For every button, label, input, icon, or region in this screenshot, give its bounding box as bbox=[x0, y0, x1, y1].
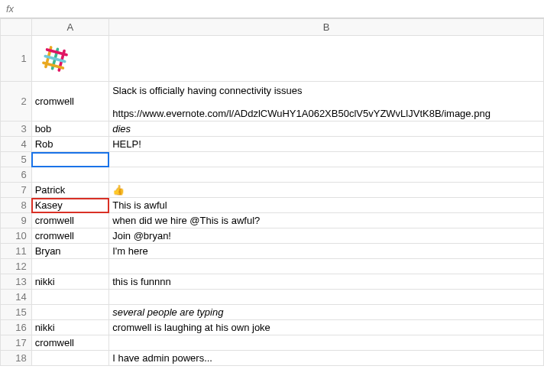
row-number[interactable]: 5 bbox=[1, 152, 32, 167]
cell-b[interactable]: I'm here bbox=[109, 244, 544, 259]
table-row: 2cromwellSlack is officially having conn… bbox=[1, 82, 544, 121]
table-row: 1 bbox=[1, 36, 544, 82]
row-number[interactable]: 12 bbox=[1, 259, 32, 274]
column-header-row: A B bbox=[1, 19, 544, 36]
row-number[interactable]: 1 bbox=[1, 36, 32, 82]
column-header-a[interactable]: A bbox=[31, 19, 109, 36]
cell-a[interactable]: cromwell bbox=[31, 213, 109, 228]
table-row: 12 bbox=[1, 259, 544, 274]
table-row: 14 bbox=[1, 290, 544, 305]
cell-b[interactable]: cromwell is laughing at his own joke bbox=[109, 320, 544, 335]
table-row: 4RobHELP! bbox=[1, 137, 544, 152]
cell-b[interactable]: dies bbox=[109, 121, 544, 137]
cell-a[interactable] bbox=[31, 152, 109, 167]
cell-a[interactable]: nikki bbox=[31, 320, 109, 335]
formula-bar: fx bbox=[0, 0, 544, 18]
cell-b[interactable]: several people are typing bbox=[109, 305, 544, 320]
table-row: 18I have admin powers... bbox=[1, 351, 544, 366]
cell-b[interactable]: Slack is officially having connectivity … bbox=[109, 82, 544, 121]
row-number[interactable]: 13 bbox=[1, 274, 32, 290]
formula-input[interactable] bbox=[20, 0, 538, 18]
cell-a[interactable]: Bryan bbox=[31, 244, 109, 259]
cell-a[interactable]: Rob bbox=[31, 137, 109, 152]
cell-a[interactable]: cromwell bbox=[31, 82, 109, 121]
table-row: 15several people are typing bbox=[1, 305, 544, 320]
cell-a[interactable]: Kasey bbox=[31, 198, 109, 213]
row-number[interactable]: 6 bbox=[1, 167, 32, 183]
cell-a[interactable]: bob bbox=[31, 121, 109, 137]
table-row: 17cromwell bbox=[1, 335, 544, 351]
cell-a[interactable] bbox=[31, 351, 109, 366]
table-row: 7Patrick👍 bbox=[1, 183, 544, 198]
cell-b[interactable] bbox=[109, 335, 544, 351]
cell-b[interactable]: I have admin powers... bbox=[109, 351, 544, 366]
row-number[interactable]: 9 bbox=[1, 213, 32, 228]
row-number[interactable]: 2 bbox=[1, 82, 32, 121]
spreadsheet-grid: A B 1 2cromwellSlack is officially havin… bbox=[0, 18, 544, 366]
row-number[interactable]: 8 bbox=[1, 198, 32, 213]
cell-a[interactable] bbox=[31, 290, 109, 305]
select-all-corner[interactable] bbox=[1, 19, 32, 36]
row-number[interactable]: 7 bbox=[1, 183, 32, 198]
row-number[interactable]: 14 bbox=[1, 290, 32, 305]
cell-a[interactable] bbox=[31, 259, 109, 274]
cell-b[interactable] bbox=[109, 36, 544, 82]
cell-b[interactable]: 👍 bbox=[109, 183, 544, 198]
table-row: 11BryanI'm here bbox=[1, 244, 544, 259]
table-row: 13nikkithis is funnnn bbox=[1, 274, 544, 290]
cell-a[interactable]: nikki bbox=[31, 274, 109, 290]
cell-a[interactable] bbox=[31, 305, 109, 320]
cell-b[interactable]: HELP! bbox=[109, 137, 544, 152]
cell-b[interactable]: this is funnnn bbox=[109, 274, 544, 290]
table-row: 16nikkicromwell is laughing at his own j… bbox=[1, 320, 544, 335]
table-row: 10cromwellJoin @bryan! bbox=[1, 228, 544, 244]
table-row: 5 bbox=[1, 152, 544, 167]
slack-logo-icon bbox=[41, 45, 69, 73]
row-number[interactable]: 17 bbox=[1, 335, 32, 351]
row-number[interactable]: 3 bbox=[1, 121, 32, 137]
row-number[interactable]: 11 bbox=[1, 244, 32, 259]
table-row: 9cromwellwhen did we hire @This is awful… bbox=[1, 213, 544, 228]
table-row: 3bobdies bbox=[1, 121, 544, 137]
row-number[interactable]: 18 bbox=[1, 351, 32, 366]
fx-label: fx bbox=[6, 3, 14, 15]
cell-a[interactable]: cromwell bbox=[31, 228, 109, 244]
cell-b[interactable] bbox=[109, 167, 544, 183]
cell-b[interactable] bbox=[109, 259, 544, 274]
cell-a[interactable] bbox=[31, 36, 109, 82]
cell-a[interactable] bbox=[31, 167, 109, 183]
cell-b[interactable]: Join @bryan! bbox=[109, 228, 544, 244]
row-number[interactable]: 16 bbox=[1, 320, 32, 335]
row-number[interactable]: 10 bbox=[1, 228, 32, 244]
row-number[interactable]: 15 bbox=[1, 305, 32, 320]
cell-a[interactable]: cromwell bbox=[31, 335, 109, 351]
cell-b[interactable] bbox=[109, 290, 544, 305]
column-header-b[interactable]: B bbox=[109, 19, 544, 36]
row-number[interactable]: 4 bbox=[1, 137, 32, 152]
table-row: 6 bbox=[1, 167, 544, 183]
cell-a[interactable]: Patrick bbox=[31, 183, 109, 198]
cell-b[interactable]: when did we hire @This is awful? bbox=[109, 213, 544, 228]
table-row: 8KaseyThis is awful bbox=[1, 198, 544, 213]
cell-b[interactable]: This is awful bbox=[109, 198, 544, 213]
cell-b[interactable] bbox=[109, 152, 544, 167]
